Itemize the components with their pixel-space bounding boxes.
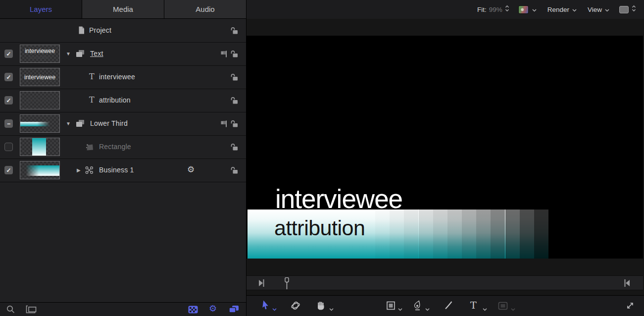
layer-row-lower-third[interactable]: − ▼ Lower Third <box>0 112 246 136</box>
unlock-icon[interactable] <box>230 50 239 60</box>
unlock-icon[interactable] <box>230 143 239 153</box>
layer-row-project[interactable]: Project <box>0 19 246 43</box>
disclosure-open-icon[interactable]: ▼ <box>66 51 71 56</box>
chevron-down-icon[interactable] <box>605 5 609 14</box>
chevron-down-icon[interactable] <box>398 304 402 313</box>
mixed-state-icon: − <box>7 121 10 127</box>
layer-label[interactable]: interviewee <box>99 73 135 81</box>
fade-strip <box>419 210 433 259</box>
tab-layers[interactable]: Layers <box>0 0 82 18</box>
pan-hand-tool-icon[interactable] <box>316 301 326 313</box>
thumb-text: attribution <box>26 97 53 104</box>
text-layer-icon: T <box>89 72 95 81</box>
stepper-icon[interactable] <box>632 5 636 14</box>
fade-strip <box>491 210 505 259</box>
canvas-subtitle-text[interactable]: attribution <box>274 217 365 239</box>
settings-gear-icon[interactable]: ⚙ <box>209 304 217 313</box>
chevron-down-icon[interactable] <box>572 5 577 14</box>
group-icon <box>75 50 85 60</box>
canvas-toolbar-top: Fit: 99% Render View <box>247 0 644 19</box>
unlock-icon[interactable] <box>230 26 239 37</box>
layer-thumbnail[interactable] <box>20 161 60 179</box>
resize-panel-icon[interactable] <box>626 301 635 312</box>
fade-strip <box>520 210 534 259</box>
layer-label[interactable]: attribution <box>99 96 131 104</box>
visibility-checkbox[interactable]: ✓ <box>4 50 13 58</box>
play-range-in-marker[interactable] <box>258 279 265 289</box>
bezier-pen-tool-icon[interactable] <box>413 300 422 313</box>
unlock-icon[interactable] <box>230 119 239 130</box>
check-icon: ✓ <box>6 51 11 57</box>
transform-3d-tool-icon[interactable] <box>290 301 301 313</box>
canvas-tools-toolbar: T <box>247 295 644 316</box>
disclosure-closed-icon[interactable]: ▶ <box>77 167 81 173</box>
fade-strip <box>505 210 520 259</box>
render-menu[interactable]: Render <box>547 6 569 13</box>
channel-preview-swatch[interactable] <box>518 5 529 14</box>
layer-thumbnail[interactable]: interviewee <box>20 68 60 86</box>
fade-strip <box>390 210 404 259</box>
chevron-down-icon[interactable] <box>272 304 277 313</box>
select-arrow-tool-icon[interactable] <box>260 300 269 313</box>
chevron-down-icon[interactable] <box>532 5 537 14</box>
layer-thumbnail[interactable] <box>20 138 60 156</box>
background-color-well[interactable] <box>619 6 629 13</box>
layer-row-rectangle[interactable]: Rectangle <box>0 136 246 159</box>
chevron-down-icon[interactable] <box>511 304 515 313</box>
visibility-checkbox[interactable]: ✓ <box>4 96 13 105</box>
chevron-down-icon[interactable] <box>483 304 487 313</box>
rectangle-shape-tool-icon[interactable] <box>386 301 396 312</box>
unlock-icon[interactable] <box>230 166 239 176</box>
fade-strip <box>433 210 447 259</box>
tab-media[interactable]: Media <box>82 0 164 18</box>
fit-label: Fit: <box>477 6 487 13</box>
layer-row-attribution[interactable]: ✓ attribution T attribution <box>0 89 246 112</box>
visibility-checkbox[interactable]: ✓ <box>4 73 13 81</box>
canvas-title-text[interactable]: interviewee <box>275 186 402 212</box>
layer-label[interactable]: Business 1 <box>99 166 134 174</box>
zoom-value[interactable]: 99% <box>489 6 502 13</box>
check-icon: ✓ <box>6 98 11 104</box>
preview-area-icon[interactable] <box>26 305 37 316</box>
layer-thumbnail[interactable]: attribution <box>20 91 60 109</box>
layer-thumbnail[interactable]: interviewee attribution <box>20 45 60 63</box>
unlock-icon[interactable] <box>230 96 239 106</box>
visibility-checkbox-mixed[interactable]: − <box>4 119 13 128</box>
mask-tool-icon[interactable] <box>498 302 508 312</box>
fade-strip <box>375 210 390 259</box>
lower-third-bar[interactable]: attribution <box>248 210 548 259</box>
paint-stroke-tool-icon[interactable] <box>444 301 453 312</box>
visibility-checkbox[interactable]: ✓ <box>4 166 13 174</box>
disclosure-open-icon[interactable]: ▼ <box>66 121 71 126</box>
unlock-icon[interactable] <box>230 73 239 83</box>
chevron-down-icon[interactable] <box>425 304 430 313</box>
thumb-text-1: interviewee <box>25 48 55 54</box>
playhead[interactable] <box>285 277 289 292</box>
mini-timeline[interactable] <box>247 275 643 290</box>
zoom-stepper-icon[interactable] <box>505 5 509 14</box>
thumb-text-2: attribution <box>29 54 51 60</box>
flag-icon[interactable] <box>220 50 228 60</box>
check-icon: ✓ <box>6 167 11 173</box>
fade-strip <box>447 210 462 259</box>
project-canvas[interactable]: interviewee attribution <box>247 36 643 259</box>
layer-row-text-group[interactable]: ✓ interviewee attribution ▼ Text <box>0 43 246 66</box>
gear-icon[interactable]: ⚙ <box>187 165 195 174</box>
layer-row-interviewee[interactable]: ✓ interviewee T interviewee <box>0 66 246 89</box>
layer-row-business-1[interactable]: ✓ ▶ Business 1 ⚙ <box>0 159 246 182</box>
layer-label[interactable]: Rectangle <box>99 143 131 151</box>
search-icon[interactable] <box>6 305 16 316</box>
transparency-checkerboard-icon[interactable] <box>188 306 198 316</box>
view-menu[interactable]: View <box>588 6 602 13</box>
tab-audio[interactable]: Audio <box>164 0 246 18</box>
motion-window: Layers Media Audio Project ✓ interviewee <box>0 0 644 316</box>
visibility-checkbox[interactable] <box>4 143 13 151</box>
text-tool-icon[interactable]: T <box>470 300 477 310</box>
play-range-out-marker[interactable] <box>624 279 630 289</box>
layers-stack-icon[interactable] <box>229 305 239 316</box>
chevron-down-icon[interactable] <box>329 304 334 313</box>
layer-thumbnail[interactable] <box>20 114 60 133</box>
layer-label[interactable]: Lower Third <box>90 119 128 127</box>
layer-label[interactable]: Text <box>90 50 103 57</box>
flag-icon[interactable] <box>220 120 228 130</box>
